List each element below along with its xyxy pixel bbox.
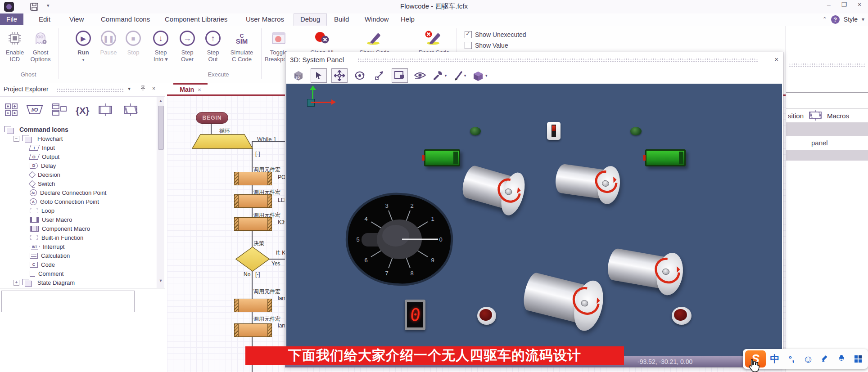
drag-handle[interactable]: [357, 58, 758, 62]
simulate-c-code-button[interactable]: C SIM Simulate C Code: [227, 28, 257, 63]
sogou-ime-toolbar[interactable]: S 中 °, ☺: [743, 349, 868, 369]
tree-expander-icon[interactable]: +: [14, 280, 19, 286]
run-button[interactable]: ▶ Run ▾: [72, 28, 95, 63]
resize-button[interactable]: [372, 69, 387, 82]
windows-icon[interactable]: [51, 103, 68, 118]
tree-item[interactable]: Calculation: [0, 251, 157, 260]
tree-item[interactable]: Component Macro: [0, 224, 157, 233]
menu-help[interactable]: Help: [394, 13, 421, 25]
step-into-button[interactable]: ↓ Step Into ▾: [149, 28, 173, 63]
menu-user-macros[interactable]: User Macros: [240, 13, 290, 25]
tree-item[interactable]: Command Icons: [0, 125, 157, 134]
brush-icon[interactable]: ▾: [452, 69, 467, 82]
ghost-options-button[interactable]: Ghost Options: [27, 28, 54, 63]
tree-item[interactable]: Output: [0, 152, 157, 161]
menu-window[interactable]: Window: [358, 13, 395, 25]
motor-component[interactable]: [519, 262, 614, 337]
tree-expander-icon[interactable]: −: [14, 136, 19, 142]
microphone-icon[interactable]: [835, 349, 848, 369]
wrench-icon[interactable]: ▾: [432, 69, 448, 82]
menu-component-libraries[interactable]: Component Libraries: [158, 13, 234, 25]
table-row[interactable]: [786, 150, 868, 161]
io-icon[interactable]: I/O: [25, 104, 44, 117]
3d-scene[interactable]: 0123456789 0: [286, 84, 782, 356]
scrollbar-thumb[interactable]: [158, 106, 164, 150]
component-macro-node[interactable]: [234, 194, 272, 208]
pin-icon[interactable]: [140, 85, 145, 93]
tree-item[interactable]: + State Diagram: [0, 278, 157, 287]
restore-button[interactable]: ❐: [837, 1, 851, 8]
tree-item[interactable]: Interrupt: [0, 242, 157, 251]
select-mode-button[interactable]: [311, 68, 327, 83]
3d-panel-close-icon[interactable]: ×: [774, 55, 778, 63]
language-toggle-icon[interactable]: 中: [768, 349, 782, 369]
menu-build[interactable]: Build: [328, 13, 355, 25]
panel-menu-caret-icon[interactable]: ▾: [128, 85, 131, 92]
grid-plus-icon[interactable]: [5, 103, 18, 118]
tree-item[interactable]: User Macro: [0, 215, 157, 224]
close-button[interactable]: ×: [853, 1, 866, 8]
motor-component[interactable]: [553, 157, 627, 208]
tree-item[interactable]: Comment: [0, 269, 157, 278]
collapse-marker[interactable]: [-]: [255, 271, 260, 278]
menu-view[interactable]: View: [63, 13, 90, 25]
menu-edit[interactable]: Edit: [32, 13, 57, 25]
punctuation-toggle-icon[interactable]: °,: [785, 349, 798, 369]
tree-item[interactable]: Decision: [0, 170, 157, 179]
show-value-checkbox[interactable]: Show Value: [465, 42, 508, 49]
tree-item[interactable]: Declare Connection Point: [0, 188, 157, 197]
while-loop-node[interactable]: [191, 134, 253, 149]
tree-item[interactable]: Loop: [0, 206, 157, 215]
minimize-button[interactable]: –: [822, 1, 836, 8]
tab-main[interactable]: Main ×: [173, 83, 208, 94]
component-macro-node[interactable]: [234, 323, 272, 337]
menu-command-ic ons[interactable]: Command Icons: [95, 13, 156, 25]
tree-item[interactable]: Built-in Function: [0, 233, 157, 242]
seven-segment-display[interactable]: 0: [405, 300, 425, 330]
tree-item[interactable]: Delay: [0, 161, 157, 170]
braces-x-icon[interactable]: {X}: [76, 105, 89, 116]
wheel-component[interactable]: [672, 307, 692, 325]
screenshot-button[interactable]: [392, 68, 408, 83]
led-component[interactable]: [470, 127, 481, 135]
component-macro-icon[interactable]: [122, 103, 140, 118]
tree-item[interactable]: Switch: [0, 179, 157, 188]
eye-icon[interactable]: [412, 69, 428, 82]
rotary-switch-component[interactable]: 0123456789: [348, 195, 451, 283]
menu-file[interactable]: File: [0, 13, 23, 25]
project-explorer-header[interactable]: Project Explorer ▾ ×: [0, 83, 165, 97]
pause-button[interactable]: ❚❚ Pause: [96, 28, 121, 56]
help-icon[interactable]: ?: [831, 15, 840, 24]
scroll-down-icon[interactable]: ▼: [157, 277, 164, 284]
drag-handle[interactable]: [789, 63, 865, 67]
step-out-button[interactable]: ↑ Step Out: [202, 28, 224, 63]
toggle-switch-component[interactable]: [547, 122, 561, 140]
3d-system-panel-window[interactable]: 3D: System Panel × 3D: [285, 52, 783, 368]
component-macro-node[interactable]: [234, 217, 272, 231]
step-over-button[interactable]: → Step Over: [176, 28, 199, 63]
3d-box-icon[interactable]: ▾: [472, 69, 488, 82]
enable-icd-button[interactable]: Enable ICD: [3, 28, 27, 63]
component-macro-node[interactable]: [234, 299, 272, 312]
user-macro-icon[interactable]: [96, 103, 114, 118]
collapse-marker[interactable]: [-]: [255, 151, 260, 157]
scroll-up-icon[interactable]: ▲: [157, 97, 164, 104]
3d-panel-title-bar[interactable]: 3D: System Panel ×: [285, 52, 783, 67]
show-unexecuted-checkbox[interactable]: Show Unexecuted: [465, 31, 526, 38]
battery-component[interactable]: [645, 149, 686, 166]
table-row[interactable]: panel: [786, 136, 868, 150]
motor-component[interactable]: [457, 157, 533, 221]
rotate-view-button[interactable]: [352, 69, 367, 82]
decision-node[interactable]: [235, 247, 270, 272]
panel-close-icon[interactable]: ×: [152, 85, 155, 92]
ribbon-collapse-icon[interactable]: ⌃: [823, 16, 827, 22]
menu-debug[interactable]: Debug: [294, 13, 327, 26]
handwriting-icon[interactable]: [818, 349, 832, 369]
keyboard-grid-icon[interactable]: [851, 349, 865, 369]
pan-mode-button[interactable]: [331, 68, 348, 83]
stop-button[interactable]: ■ Stop: [122, 28, 144, 56]
led-component[interactable]: [630, 127, 642, 135]
tree-item[interactable]: Input: [0, 143, 157, 152]
tab-close-icon[interactable]: ×: [198, 86, 201, 93]
emoji-icon[interactable]: ☺: [801, 349, 815, 369]
